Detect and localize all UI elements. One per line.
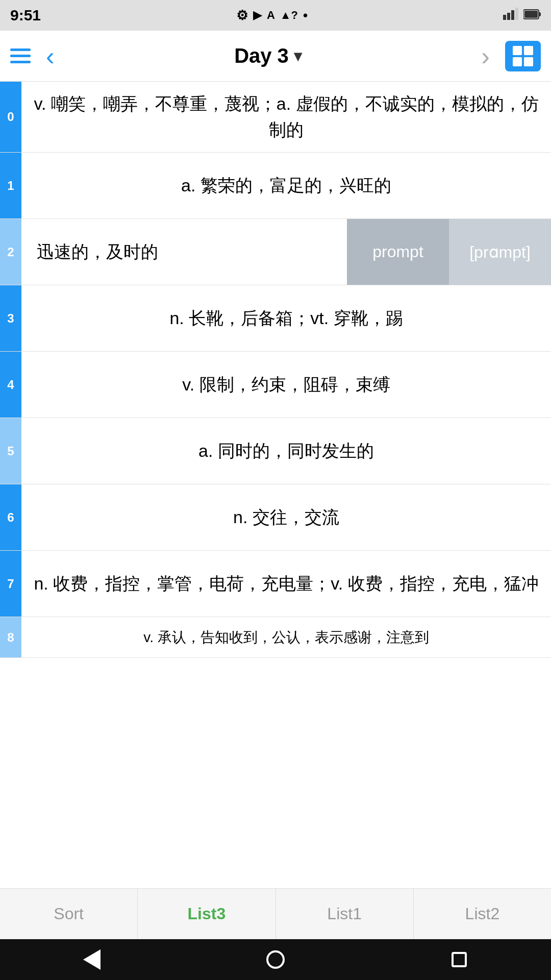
svg-rect-3	[515, 8, 518, 20]
nav-sort-button[interactable]: Sort	[0, 889, 138, 939]
back-nav-button[interactable]	[77, 944, 107, 975]
word-list: 0 v. 嘲笑，嘲弄，不尊重，蔑视；a. 虚假的，不诚实的，模拟的，仿制的 1 …	[0, 82, 551, 658]
android-nav-bar	[0, 939, 551, 980]
nav-left: ‹	[10, 43, 55, 69]
back-button[interactable]: ‹	[46, 43, 55, 69]
svg-rect-9	[513, 57, 522, 66]
word-hint-phonetic: [prɑmpt]	[449, 219, 551, 285]
dot-icon: •	[303, 8, 308, 23]
recents-nav-button[interactable]	[444, 944, 474, 975]
status-bar: 9:51 ⚙ ▶ A ▲? •	[0, 0, 551, 31]
svg-rect-0	[503, 15, 506, 20]
menu-button[interactable]	[10, 48, 31, 63]
wifi-icon: ▲?	[280, 9, 298, 22]
word-row[interactable]: 1 a. 繁荣的，富足的，兴旺的	[0, 153, 551, 219]
row-content: v. 嘲笑，嘲弄，不尊重，蔑视；a. 虚假的，不诚实的，模拟的，仿制的	[21, 82, 551, 152]
bottom-nav: Sort List3 List1 List2	[0, 888, 551, 939]
top-nav: ‹ Day 3 ▾ ›	[0, 31, 551, 82]
grid-view-button[interactable]	[505, 41, 541, 71]
row-index: 6	[0, 484, 21, 550]
svg-rect-10	[524, 57, 533, 66]
chevron-down-icon: ▾	[294, 47, 302, 65]
status-time: 9:51	[10, 7, 41, 24]
row-index: 3	[0, 285, 21, 351]
row-content: n. 长靴，后备箱；vt. 穿靴，踢	[21, 285, 551, 351]
nav-list1-button[interactable]: List1	[276, 889, 414, 939]
battery-icon	[523, 7, 541, 23]
svg-rect-7	[513, 46, 522, 55]
word-row-with-overlay[interactable]: 2 迅速的，及时的 prompt [prɑmpt]	[0, 219, 551, 285]
play-icon: ▶	[253, 9, 262, 22]
row-content: a. 繁荣的，富足的，兴旺的	[21, 153, 551, 218]
nav-list2-button[interactable]: List2	[414, 889, 551, 939]
word-row[interactable]: 4 v. 限制，约束，阻碍，束缚	[0, 352, 551, 418]
row-content: a. 同时的，同时发生的	[21, 418, 551, 484]
row-content: v. 限制，约束，阻碍，束缚	[21, 352, 551, 418]
svg-rect-8	[524, 46, 533, 55]
svg-rect-2	[511, 10, 514, 20]
row-content: v. 承认，告知收到，公认，表示感谢，注意到	[21, 617, 551, 657]
row-content: n. 交往，交流	[21, 484, 551, 550]
status-right-icons	[503, 7, 541, 23]
word-row[interactable]: 8 v. 承认，告知收到，公认，表示感谢，注意到	[0, 617, 551, 658]
word-row[interactable]: 0 v. 嘲笑，嘲弄，不尊重，蔑视；a. 虚假的，不诚实的，模拟的，仿制的	[0, 82, 551, 153]
svg-rect-6	[524, 11, 538, 18]
status-icons: ⚙ ▶ A ▲? •	[236, 8, 308, 23]
row-index: 5	[0, 418, 21, 484]
row-index: 7	[0, 551, 21, 617]
row-content: n. 收费，指控，掌管，电荷，充电量；v. 收费，指控，充电，猛冲	[21, 551, 551, 617]
row-index: 2	[0, 219, 21, 285]
word-row[interactable]: 3 n. 长靴，后备箱；vt. 穿靴，踢	[0, 285, 551, 352]
word-row[interactable]: 7 n. 收费，指控，掌管，电荷，充电量；v. 收费，指控，充电，猛冲	[0, 551, 551, 617]
home-nav-button[interactable]	[260, 944, 291, 975]
row-index: 1	[0, 153, 21, 218]
row-index: 8	[0, 617, 21, 657]
word-hint-word: prompt	[347, 219, 449, 285]
svg-rect-5	[539, 12, 541, 16]
signal-icon	[503, 7, 518, 23]
svg-rect-1	[507, 13, 510, 20]
text-icon: A	[267, 9, 275, 22]
word-row[interactable]: 5 a. 同时的，同时发生的	[0, 418, 551, 484]
gear-icon: ⚙	[236, 8, 248, 23]
nav-list3-button[interactable]: List3	[138, 889, 276, 939]
word-row[interactable]: 6 n. 交往，交流	[0, 484, 551, 551]
row-index: 0	[0, 82, 21, 152]
row-index: 4	[0, 352, 21, 418]
day-title[interactable]: Day 3 ▾	[234, 44, 302, 67]
word-hint-overlay: prompt [prɑmpt]	[347, 219, 551, 285]
forward-button[interactable]: ›	[481, 41, 490, 71]
